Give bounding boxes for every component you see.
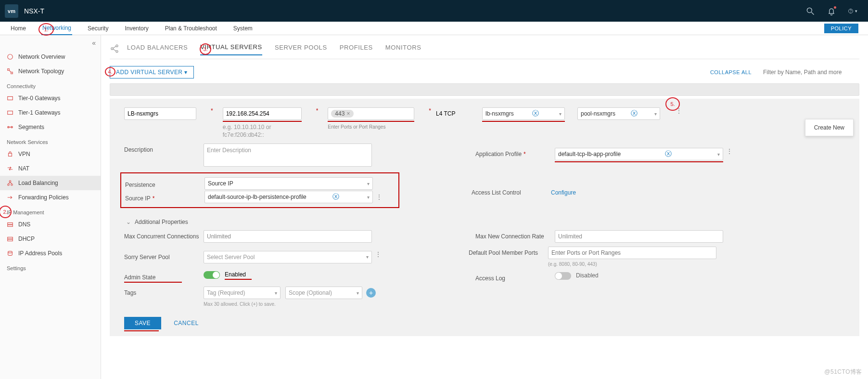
clear-icon[interactable]: ⓧ	[631, 109, 638, 118]
add-virtual-server-button[interactable]: ADD VIRTUAL SERVER▾	[110, 66, 194, 78]
sidebar-forwarding[interactable]: Forwarding Policies	[0, 190, 101, 205]
tab-monitors[interactable]: MONITORS	[385, 44, 421, 55]
svg-point-25	[111, 48, 113, 50]
content: LOAD BALANCERS VIRTUAL SERVERS SERVER PO…	[101, 35, 868, 379]
cancel-button[interactable]: CANCEL	[174, 320, 199, 327]
row-header-bar	[110, 83, 859, 96]
sorry-pool-select[interactable]: Select Server Pool▾	[204, 251, 372, 263]
chevron-down-icon: ▾	[367, 195, 370, 200]
tab-profiles[interactable]: PROFILES	[340, 44, 373, 55]
clear-icon[interactable]: ⓧ	[665, 150, 672, 158]
nav-security[interactable]: Security	[87, 22, 109, 35]
lb-select[interactable]: lb-nsxmgrsⓧ▾	[482, 107, 565, 120]
chip-remove-icon[interactable]: ×	[346, 110, 350, 117]
ports-field[interactable]: 443×	[328, 107, 414, 120]
save-button[interactable]: SAVE	[124, 317, 161, 329]
description-input[interactable]: Enter Description	[204, 144, 372, 167]
admin-state-toggle[interactable]	[204, 271, 220, 279]
configure-link[interactable]: Configure	[551, 186, 576, 196]
source-ip-select[interactable]: default-source-ip-lb-persistence-profile…	[204, 191, 373, 203]
access-log-toggle[interactable]	[555, 272, 571, 280]
tab-server-pools[interactable]: SERVER POOLS	[275, 44, 327, 55]
sidebar-label: IP Address Pools	[18, 250, 62, 257]
svg-line-27	[113, 46, 116, 48]
create-new-popover[interactable]: Create New	[805, 119, 854, 136]
svg-rect-22	[8, 239, 13, 241]
nav-inventory[interactable]: Inventory	[124, 22, 149, 35]
sidebar-vpn[interactable]: VPN	[0, 147, 101, 161]
bell-icon[interactable]	[827, 6, 836, 16]
sidebar-dhcp[interactable]: DHCP	[0, 232, 101, 246]
overflow-menu-icon[interactable]: ⋮	[676, 107, 682, 114]
admin-state-label: Admin State	[124, 271, 204, 283]
sidebar-ip-pools[interactable]: IP Address Pools	[0, 246, 101, 261]
svg-point-14	[9, 181, 11, 183]
sidebar-network-topology[interactable]: Network Topology	[0, 64, 101, 78]
sidebar-label: Segments	[18, 124, 44, 131]
sidebar-dns[interactable]: DNS	[0, 217, 101, 232]
sidebar-group-ns: Network Services	[0, 134, 101, 147]
name-field[interactable]	[124, 107, 196, 120]
svg-point-0	[807, 8, 812, 13]
help-icon[interactable]: ▾	[848, 6, 857, 16]
tab-virtual-servers[interactable]: VIRTUAL SERVERS	[200, 43, 262, 55]
sidebar-label: DHCP	[18, 235, 35, 242]
default-ports-input[interactable]	[548, 247, 716, 259]
nav-system[interactable]: System	[232, 22, 254, 35]
sidebar-collapse-icon[interactable]: «	[0, 39, 101, 50]
nav-networking[interactable]: Networking	[41, 22, 72, 35]
svg-line-7	[9, 70, 11, 72]
persistence-select[interactable]: Source IP▾	[204, 177, 373, 190]
svg-point-23	[8, 251, 13, 253]
sidebar-label: Tier-1 Gateways	[18, 109, 61, 116]
ip-hint: e.g. 10.10.10.10 orfc7e:f206:db42::	[223, 124, 302, 139]
sidebar-segments[interactable]: Segments	[0, 120, 101, 134]
tag-input[interactable]: Tag (Required)▾	[204, 287, 281, 299]
search-icon[interactable]	[805, 6, 815, 16]
chevron-down-icon: ▾	[275, 290, 277, 296]
clear-icon[interactable]: ⓧ	[332, 193, 339, 201]
tab-load-balancers[interactable]: LOAD BALANCERS	[127, 44, 188, 55]
persistence-box: Persistence Source IP▾ Source IP* defaul…	[120, 172, 399, 208]
tags-hint: Max 30 allowed. Click (+) to save.	[204, 301, 376, 307]
nav-home[interactable]: Home	[10, 22, 27, 35]
collapse-all-link[interactable]: COLLAPSE ALL	[710, 69, 752, 75]
sidebar-load-balancing[interactable]: Load Balancing	[0, 176, 101, 190]
overflow-menu-icon[interactable]: ⋮	[726, 148, 733, 155]
sidebar-tier1[interactable]: Tier-1 Gateways	[0, 105, 101, 120]
sidebar-group-ip: IP Management	[0, 205, 101, 217]
port-chip[interactable]: 443×	[331, 110, 354, 118]
default-ports-label: Default Pool Member Ports	[469, 247, 548, 256]
policy-badge[interactable]: POLICY	[824, 24, 858, 33]
sidebar-tier0[interactable]: Tier-0 Gateways	[0, 91, 101, 105]
nav-plan[interactable]: Plan & Troubleshoot	[164, 22, 218, 35]
overflow-menu-icon[interactable]: ⋮	[375, 251, 382, 258]
sidebar-label: Tier-0 Gateways	[18, 95, 61, 102]
access-list-label: Access List Control	[472, 186, 551, 196]
clear-icon[interactable]: ⓧ	[532, 109, 539, 118]
max-new-input[interactable]	[555, 230, 723, 243]
overflow-menu-icon[interactable]: ⋮	[376, 194, 383, 200]
access-log-label: Access Log	[475, 272, 555, 282]
sidebar: « Network Overview Network Topology Conn…	[0, 35, 101, 379]
sidebar-nat[interactable]: NAT	[0, 161, 101, 176]
max-conn-input[interactable]	[204, 230, 372, 243]
required-icon: *	[316, 107, 319, 114]
sidebar-network-overview[interactable]: Network Overview	[0, 50, 101, 64]
scope-input[interactable]: Scope (Optional)▾	[285, 287, 362, 299]
app-profile-select[interactable]: default-tcp-lb-app-profileⓧ▾	[555, 148, 723, 160]
vmware-logo: vm	[5, 4, 18, 18]
filter-input[interactable]	[763, 69, 859, 76]
chevron-down-icon: ▾	[559, 111, 562, 117]
chevron-down-icon: ▾	[654, 111, 657, 117]
ip-field[interactable]	[223, 107, 302, 120]
svg-rect-13	[9, 153, 12, 156]
sidebar-label: DNS	[18, 221, 30, 228]
required-icon: *	[429, 107, 431, 114]
add-tag-icon[interactable]: +	[366, 288, 376, 298]
pool-select[interactable]: pool-nsxmgrsⓧ▾	[577, 107, 660, 120]
additional-toggle[interactable]: ⌄Additional Properties	[126, 219, 845, 225]
app-header: vm NSX-T ▾	[0, 0, 868, 22]
default-ports-hint: (e.g. 8080, 80-90, 443)	[548, 261, 716, 267]
svg-line-17	[9, 182, 11, 184]
